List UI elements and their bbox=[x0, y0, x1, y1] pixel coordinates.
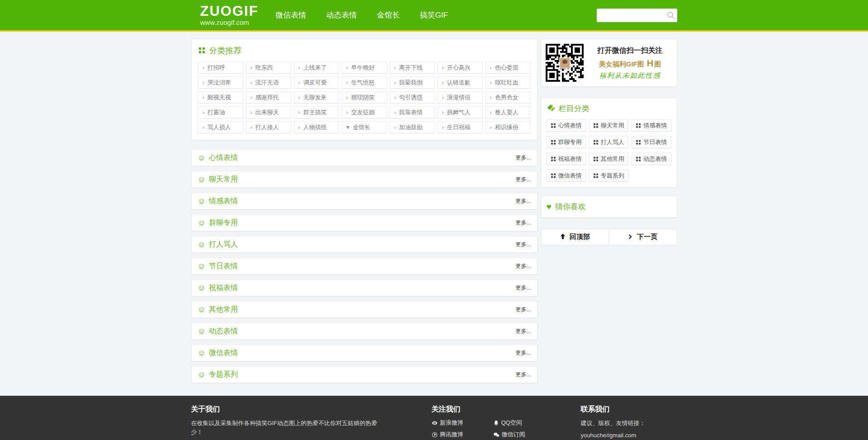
category-item[interactable]: 祝福表情 bbox=[547, 153, 586, 165]
tag-label: 猥琐阴笑 bbox=[351, 94, 375, 102]
chevron-icon: › bbox=[490, 124, 492, 130]
section-title[interactable]: 心情表情 bbox=[209, 153, 238, 163]
recommend-tag[interactable]: ♥ 金馆长 bbox=[342, 121, 387, 133]
recommend-tag[interactable]: › 哭泣泪奔 bbox=[198, 76, 243, 89]
nav-item[interactable]: 动态表情 bbox=[326, 10, 357, 20]
footer-social-link[interactable]: QQ空间 bbox=[493, 419, 547, 427]
more-link[interactable]: 更多... bbox=[515, 154, 531, 162]
recommend-tag[interactable]: › 感谢拜托 bbox=[246, 91, 291, 103]
more-link[interactable]: 更多... bbox=[515, 349, 531, 357]
recommend-tag[interactable]: › 整人耍人 bbox=[486, 106, 531, 118]
recommend-tag[interactable]: › 打招呼 bbox=[198, 61, 243, 74]
nav-item[interactable]: 搞笑GIF bbox=[420, 10, 448, 20]
next-page-button[interactable]: 下一页 bbox=[609, 229, 677, 245]
category-item[interactable]: 微信表情 bbox=[547, 169, 586, 182]
more-link[interactable]: 更多... bbox=[515, 197, 531, 205]
section-title[interactable]: 节日表情 bbox=[209, 262, 238, 271]
more-link[interactable]: 更多... bbox=[515, 284, 531, 292]
recommend-tag[interactable]: › 无聊发呆 bbox=[294, 91, 339, 103]
recommend-tag[interactable]: › 生气愤怒 bbox=[342, 76, 387, 89]
footer-social-link[interactable]: 腾讯微博 bbox=[432, 431, 485, 439]
pager-bar: 回顶部 下一页 bbox=[541, 229, 677, 245]
recommend-tag[interactable]: › 伤心委屈 bbox=[486, 61, 531, 74]
recommend-tag[interactable]: › 浪漫情侣 bbox=[438, 91, 483, 103]
category-item[interactable]: 节日表情 bbox=[632, 136, 671, 148]
category-item[interactable]: 打人骂人 bbox=[589, 136, 628, 148]
recommend-tag[interactable]: › 早午晚好 bbox=[342, 61, 387, 74]
recommend-tag[interactable]: › 打人揍人 bbox=[246, 121, 291, 133]
section-bar: ☺ 动态表情 更多... bbox=[191, 323, 538, 340]
logo-subtitle: www.zuogif.com bbox=[200, 19, 259, 26]
recommend-tag[interactable]: › 相识缘份 bbox=[486, 121, 531, 133]
section-title[interactable]: 打人骂人 bbox=[209, 240, 238, 249]
nav-item[interactable]: 微信表情 bbox=[276, 10, 307, 20]
tag-label: 我晕我倒 bbox=[399, 79, 423, 87]
recommend-tag[interactable]: › 吃东西 bbox=[246, 61, 291, 74]
recommend-tag[interactable]: › 打酱油 bbox=[198, 106, 243, 118]
squares-icon bbox=[551, 173, 553, 175]
recommend-tag[interactable]: › 调皮可爱 bbox=[294, 76, 339, 89]
footer-contact-email[interactable]: youhuche#gmail.com bbox=[581, 431, 676, 440]
recommend-tag[interactable]: › 开心高兴 bbox=[438, 61, 483, 74]
recommend-tag[interactable]: › 离开下线 bbox=[390, 61, 435, 74]
more-link[interactable]: 更多... bbox=[515, 306, 531, 314]
recommend-tag[interactable]: › 鄙视无视 bbox=[198, 91, 243, 103]
section-title[interactable]: 专题系列 bbox=[209, 370, 238, 379]
footer-social-link[interactable]: 微信订阅 bbox=[493, 431, 547, 439]
recommend-tag[interactable]: › 猥琐阴笑 bbox=[342, 91, 387, 103]
search-icon[interactable] bbox=[666, 11, 675, 20]
section-title[interactable]: 聊天常用 bbox=[209, 175, 238, 184]
search-box bbox=[597, 9, 677, 22]
section-title[interactable]: 其他常用 bbox=[209, 305, 238, 314]
chevron-icon: › bbox=[250, 94, 252, 100]
category-item[interactable]: 群聊专用 bbox=[547, 136, 586, 148]
recommend-tag[interactable]: › 交友征婚 bbox=[342, 106, 387, 118]
category-item[interactable]: 专题系列 bbox=[589, 169, 628, 182]
section-title[interactable]: 微信表情 bbox=[209, 348, 238, 358]
recommend-tag[interactable]: › 人物搞怪 bbox=[294, 121, 339, 133]
site-logo[interactable]: ZUOGIF www.zuogif.com bbox=[200, 4, 259, 26]
recommend-tag[interactable]: › 呕吐吐血 bbox=[486, 76, 531, 89]
recommend-tag[interactable]: › 勾引诱惑 bbox=[390, 91, 435, 103]
chevron-icon: › bbox=[203, 94, 204, 100]
tag-label: 人物搞怪 bbox=[303, 123, 327, 131]
category-label: 节日表情 bbox=[643, 138, 667, 146]
smiley-icon: ☺ bbox=[198, 175, 206, 183]
category-item[interactable]: 情感表情 bbox=[632, 119, 671, 131]
search-input[interactable] bbox=[597, 9, 677, 22]
recommend-tag[interactable]: › 我靠表情 bbox=[390, 106, 435, 118]
tag-label: 吃东西 bbox=[255, 64, 273, 72]
category-item[interactable]: 聊天常用 bbox=[589, 119, 628, 131]
recommend-tag[interactable]: › 挑衅气人 bbox=[438, 106, 483, 118]
section-title[interactable]: 情感表情 bbox=[209, 197, 238, 206]
section-title[interactable]: 动态表情 bbox=[209, 327, 238, 336]
more-link[interactable]: 更多... bbox=[515, 371, 531, 379]
recommend-tag[interactable]: › 色男色女 bbox=[486, 91, 531, 103]
section-title[interactable]: 祝福表情 bbox=[209, 283, 238, 293]
recommend-tag[interactable]: › 我晕我倒 bbox=[390, 76, 435, 89]
smiley-icon: ☺ bbox=[198, 154, 206, 162]
tag-label: 上线来了 bbox=[303, 64, 327, 72]
recommend-tag[interactable]: › 群主搞笑 bbox=[294, 106, 339, 118]
recommend-tag[interactable]: › 生日祝福 bbox=[438, 121, 483, 133]
footer-social-link[interactable]: 新浪微博 bbox=[432, 419, 485, 427]
section-title[interactable]: 群聊专用 bbox=[209, 218, 238, 228]
recommend-tag[interactable]: › 上线来了 bbox=[294, 61, 339, 74]
more-link[interactable]: 更多... bbox=[515, 328, 531, 335]
recommend-tag[interactable]: › 加油鼓励 bbox=[390, 121, 435, 133]
more-link[interactable]: 更多... bbox=[515, 262, 531, 270]
category-item[interactable]: 动态表情 bbox=[632, 153, 671, 165]
category-item[interactable]: 心情表情 bbox=[547, 119, 586, 131]
nav-item[interactable]: 金馆长 bbox=[377, 10, 400, 20]
back-to-top-button[interactable]: 回顶部 bbox=[541, 229, 609, 245]
recommend-tag[interactable]: › 出来聊天 bbox=[246, 106, 291, 118]
recommend-tag[interactable]: › 流汗无语 bbox=[246, 76, 291, 89]
more-link[interactable]: 更多... bbox=[515, 219, 531, 227]
chevron-icon: › bbox=[490, 109, 492, 115]
category-item[interactable]: 其他常用 bbox=[589, 153, 628, 165]
more-link[interactable]: 更多... bbox=[515, 176, 531, 183]
recommend-tag[interactable]: › 骂人损人 bbox=[198, 121, 243, 133]
more-link[interactable]: 更多... bbox=[515, 241, 531, 248]
smiley-icon: ☺ bbox=[198, 284, 206, 292]
recommend-tag[interactable]: › 认错道歉 bbox=[438, 76, 483, 89]
